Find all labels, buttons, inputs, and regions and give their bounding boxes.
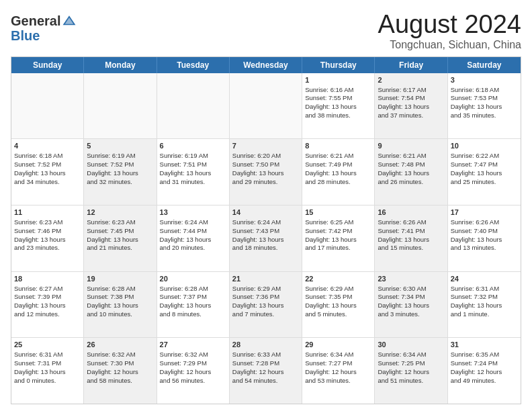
day-info-line: Sunset: 7:55 PM (305, 94, 371, 103)
day-number: 28 (232, 340, 299, 350)
title-section: August 2024 Tongchuan, Sichuan, China (378, 11, 521, 51)
day-info-line: Sunrise: 6:23 AM (14, 218, 81, 227)
day-info-line: Daylight: 13 hours (160, 236, 226, 244)
day-info-line: Daylight: 13 hours (87, 302, 153, 310)
page-header: General Blue August 2024 Tongchuan, Sich… (11, 11, 521, 51)
day-info-line: Sunrise: 6:21 AM (378, 152, 444, 161)
calendar-day-8: 8Sunrise: 6:21 AMSunset: 7:49 PMDaylight… (302, 139, 375, 205)
day-info-line: Sunset: 7:54 PM (378, 94, 444, 103)
calendar-day-24: 24Sunrise: 6:31 AMSunset: 7:32 PMDayligh… (448, 272, 521, 338)
day-info-line: and 26 minutes. (378, 178, 444, 187)
day-number: 1 (305, 75, 371, 85)
calendar-day-30: 30Sunrise: 6:34 AMSunset: 7:25 PMDayligh… (375, 338, 447, 404)
day-number: 2 (378, 75, 444, 85)
day-info-line: Sunset: 7:43 PM (232, 227, 299, 236)
calendar-day-7: 7Sunrise: 6:20 AMSunset: 7:50 PMDaylight… (230, 139, 302, 205)
day-number: 26 (87, 340, 153, 350)
calendar-day-29: 29Sunrise: 6:34 AMSunset: 7:27 PMDayligh… (302, 338, 375, 404)
day-number: 31 (451, 340, 518, 350)
day-info-line: and 3 minutes. (378, 310, 444, 319)
day-info-line: Sunset: 7:40 PM (451, 227, 518, 236)
day-info-line: Sunrise: 6:31 AM (451, 285, 518, 293)
calendar-day-23: 23Sunrise: 6:30 AMSunset: 7:34 PMDayligh… (375, 272, 447, 338)
day-info-line: Daylight: 13 hours (232, 169, 299, 178)
day-info-line: Daylight: 13 hours (305, 169, 371, 178)
day-info-line: Daylight: 13 hours (451, 169, 518, 178)
day-info-line: Sunset: 7:34 PM (378, 293, 444, 302)
header-day-friday: Friday (375, 57, 447, 73)
day-info-line: and 25 minutes. (451, 178, 518, 187)
day-info-line: Sunset: 7:39 PM (14, 293, 81, 302)
day-info-line: Sunset: 7:51 PM (160, 161, 226, 169)
day-number: 17 (451, 208, 518, 218)
day-info-line: Sunrise: 6:27 AM (14, 285, 81, 293)
day-info-line: Daylight: 12 hours (451, 368, 518, 377)
calendar-day-21: 21Sunrise: 6:29 AMSunset: 7:36 PMDayligh… (230, 272, 302, 338)
day-info-line: Sunset: 7:52 PM (87, 161, 153, 169)
calendar-day-11: 11Sunrise: 6:23 AMSunset: 7:46 PMDayligh… (11, 205, 84, 271)
day-info-line: Sunrise: 6:34 AM (378, 351, 444, 359)
day-info-line: Daylight: 13 hours (14, 236, 81, 244)
day-info-line: Sunrise: 6:19 AM (160, 152, 226, 161)
day-info-line: and 23 minutes. (14, 244, 81, 253)
day-info-line: Sunrise: 6:24 AM (232, 218, 299, 227)
day-info-line: and 0 minutes. (14, 377, 81, 385)
day-info-line: Sunrise: 6:31 AM (14, 351, 81, 359)
day-info-line: Daylight: 13 hours (378, 169, 444, 178)
calendar-header: SundayMondayTuesdayWednesdayThursdayFrid… (11, 57, 521, 73)
day-info-line: and 35 minutes. (451, 111, 518, 120)
day-info-line: Sunrise: 6:22 AM (451, 152, 518, 161)
calendar-day-28: 28Sunrise: 6:33 AMSunset: 7:28 PMDayligh… (230, 338, 302, 404)
location: Tongchuan, Sichuan, China (378, 39, 521, 51)
logo-blue: Blue (11, 28, 40, 43)
day-number: 19 (87, 274, 153, 284)
day-info-line: Daylight: 13 hours (305, 103, 371, 111)
calendar-empty-cell (230, 73, 302, 139)
calendar-day-15: 15Sunrise: 6:25 AMSunset: 7:42 PMDayligh… (302, 205, 375, 271)
calendar-day-25: 25Sunrise: 6:31 AMSunset: 7:31 PMDayligh… (11, 338, 84, 404)
day-info-line: Sunset: 7:44 PM (160, 227, 226, 236)
day-info-line: Sunrise: 6:18 AM (14, 152, 81, 161)
day-number: 6 (160, 141, 226, 151)
day-info-line: Sunrise: 6:29 AM (305, 285, 371, 293)
calendar-day-10: 10Sunrise: 6:22 AMSunset: 7:47 PMDayligh… (448, 139, 521, 205)
day-info-line: and 56 minutes. (160, 377, 226, 385)
day-number: 11 (14, 208, 81, 218)
calendar-day-1: 1Sunrise: 6:16 AMSunset: 7:55 PMDaylight… (302, 73, 375, 139)
day-number: 14 (232, 208, 299, 218)
month-title: August 2024 (378, 11, 521, 39)
day-number: 3 (451, 75, 518, 85)
day-info-line: Sunset: 7:32 PM (451, 293, 518, 302)
header-day-wednesday: Wednesday (230, 57, 302, 73)
day-info-line: Sunset: 7:37 PM (160, 293, 226, 302)
day-info-line: Sunrise: 6:18 AM (451, 86, 518, 95)
day-info-line: and 5 minutes. (305, 310, 371, 319)
day-info-line: and 51 minutes. (378, 377, 444, 385)
header-day-saturday: Saturday (448, 57, 521, 73)
day-number: 20 (160, 274, 226, 284)
day-info-line: Sunset: 7:35 PM (305, 293, 371, 302)
day-info-line: Sunrise: 6:28 AM (87, 285, 153, 293)
calendar-day-4: 4Sunrise: 6:18 AMSunset: 7:52 PMDaylight… (11, 139, 84, 205)
day-info-line: and 37 minutes. (378, 111, 444, 120)
day-info-line: Sunrise: 6:26 AM (378, 218, 444, 227)
day-info-line: Sunset: 7:27 PM (305, 359, 371, 368)
calendar-day-16: 16Sunrise: 6:26 AMSunset: 7:41 PMDayligh… (375, 205, 447, 271)
day-info-line: and 15 minutes. (378, 244, 444, 253)
header-day-sunday: Sunday (11, 57, 84, 73)
day-number: 9 (378, 141, 444, 151)
day-info-line: Daylight: 13 hours (160, 169, 226, 178)
day-info-line: Sunrise: 6:28 AM (160, 285, 226, 293)
day-info-line: Sunrise: 6:17 AM (378, 86, 444, 95)
day-number: 16 (378, 208, 444, 218)
day-info-line: and 31 minutes. (160, 178, 226, 187)
day-info-line: Sunset: 7:25 PM (378, 359, 444, 368)
day-number: 27 (160, 340, 226, 350)
day-info-line: Sunrise: 6:23 AM (87, 218, 153, 227)
calendar-day-17: 17Sunrise: 6:26 AMSunset: 7:40 PMDayligh… (448, 205, 521, 271)
day-info-line: and 58 minutes. (87, 377, 153, 385)
day-info-line: Sunset: 7:52 PM (14, 161, 81, 169)
calendar-day-19: 19Sunrise: 6:28 AMSunset: 7:38 PMDayligh… (84, 272, 157, 338)
day-info-line: and 54 minutes. (232, 377, 299, 385)
day-info-line: Daylight: 13 hours (378, 103, 444, 111)
